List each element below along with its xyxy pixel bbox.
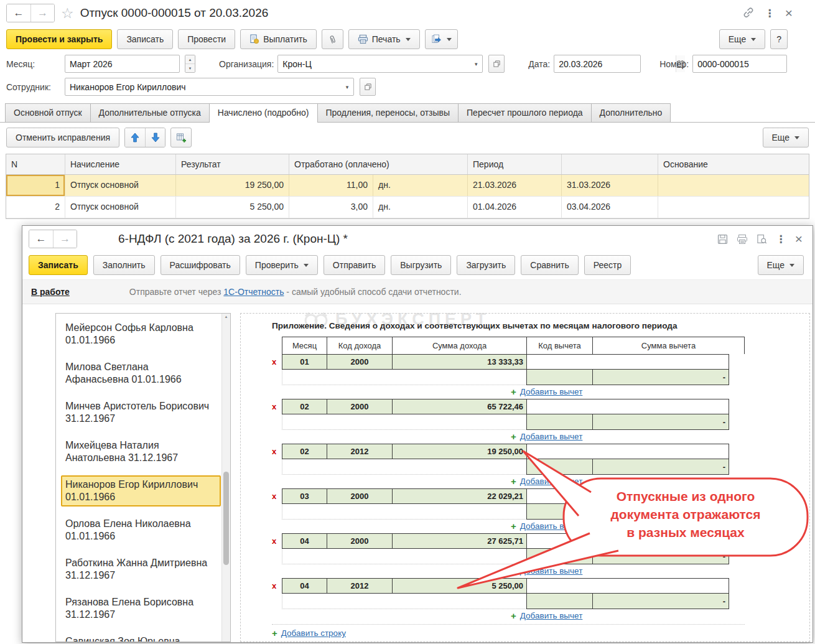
add-deduction-link[interactable]: Добавить вычет [520, 611, 583, 620]
month-cell[interactable]: 03 [282, 489, 327, 503]
deduction-code-cell[interactable] [527, 459, 593, 474]
income-code-cell[interactable]: 2000 [327, 399, 393, 414]
undo-corrections-button[interactable]: Отменить исправления [6, 128, 119, 147]
income-sum-cell[interactable]: 22 029,21 [393, 489, 527, 503]
print-report-icon[interactable] [737, 234, 748, 245]
save-button[interactable]: Записать [117, 29, 173, 49]
pay-button[interactable]: Выплатить [240, 29, 317, 49]
tab[interactable]: Пересчет прошлого периода [458, 103, 592, 122]
get-link-icon[interactable] [742, 7, 755, 19]
period-start-cell[interactable]: 21.03.2026 [468, 175, 562, 196]
employee-input[interactable] [65, 79, 341, 95]
back-button[interactable]: ← [29, 230, 53, 248]
deduction-empty-cell[interactable] [527, 355, 729, 369]
delete-row-mark[interactable]: x [272, 357, 276, 366]
deduction-empty-cell[interactable] [527, 444, 729, 459]
attachments-button[interactable] [322, 29, 343, 49]
accrual-row[interactable]: 2 Отпуск основной 5 250,00 3,00 дн. 01.0… [6, 197, 809, 218]
income-sum-cell[interactable]: 19 250,00 [393, 444, 527, 459]
income-code-cell[interactable]: 2012 [327, 579, 393, 593]
organization-input[interactable] [278, 56, 470, 72]
delete-row-mark[interactable]: x [272, 581, 276, 590]
worked-days-cell[interactable]: 11,00 [289, 175, 373, 196]
close-window-icon[interactable]: × [795, 231, 803, 246]
forward-button[interactable]: → [53, 230, 77, 248]
add-column-button[interactable] [170, 128, 192, 147]
month-spinner-down-icon[interactable]: ▼ [185, 64, 195, 72]
result-cell[interactable]: 5 250,00 [176, 197, 289, 218]
month-cell[interactable]: 04 [282, 534, 327, 548]
grid-more-button[interactable]: Еще [763, 128, 809, 147]
scrollbar-thumb[interactable] [223, 472, 229, 565]
employee-list-item[interactable]: Никаноров Егор Кириллович 01.01.1966 [61, 475, 221, 506]
employee-list-item[interactable]: Работкина Жанна Дмитриевна 31.12.1967 [61, 554, 221, 585]
month-cell[interactable]: 02 [282, 399, 327, 414]
add-deduction-link[interactable]: Добавить вычет [520, 477, 583, 486]
result-cell[interactable]: 19 250,00 [176, 175, 289, 196]
close-window-icon[interactable]: × [785, 6, 793, 21]
month-cell[interactable]: 04 [282, 579, 327, 593]
delete-row-mark[interactable]: x [272, 402, 276, 411]
employee-list-item[interactable]: Минчев Аристотель Борисович 31.12.1967 [61, 397, 221, 428]
save-button[interactable]: Записать [29, 255, 88, 275]
worked-unit-cell[interactable]: дн. [373, 175, 468, 196]
deduction-empty-cell[interactable] [527, 534, 729, 548]
period-end-cell[interactable]: 03.04.2026 [562, 197, 658, 218]
income-sum-cell[interactable]: 13 333,33 [393, 355, 527, 369]
more-button[interactable]: Еще [719, 29, 766, 49]
employee-list-item[interactable]: Мейерсон Софья Карловна 01.01.1966 [61, 319, 221, 350]
add-deduction-link[interactable]: Добавить вычет [520, 387, 583, 396]
report-more-button[interactable]: Еще [758, 255, 804, 275]
unload-button[interactable]: Выгрузить [391, 255, 451, 275]
registry-button[interactable]: Реестр [584, 255, 631, 275]
send-button[interactable]: Отправить [324, 255, 385, 275]
employee-dropdown-icon[interactable]: ▾ [341, 78, 353, 95]
income-code-cell[interactable]: 2000 [327, 355, 393, 369]
help-button[interactable]: ? [770, 29, 788, 49]
favorite-star-icon[interactable]: ☆ [61, 5, 74, 22]
add-deduction-link[interactable]: Добавить вычет [520, 521, 583, 531]
month-cell[interactable]: 01 [282, 355, 327, 369]
employee-list-item[interactable]: Михейцева Наталия Анатольевна 31.12.1967 [61, 436, 221, 467]
deduction-sum-cell[interactable]: - [593, 414, 729, 429]
back-button[interactable]: ← [7, 4, 30, 22]
move-down-button[interactable] [145, 128, 165, 147]
add-deduction-link[interactable]: Добавить вычет [520, 566, 583, 576]
deduction-empty-cell[interactable] [527, 399, 729, 414]
employee-list-item[interactable]: Орлова Елена Николаевна 01.01.1966 [61, 515, 221, 546]
check-button[interactable]: Проверить [246, 255, 318, 275]
income-code-cell[interactable]: 2000 [327, 534, 393, 548]
delete-row-mark[interactable]: x [272, 447, 276, 456]
income-sum-cell[interactable]: 27 625,71 [393, 534, 527, 548]
deduction-empty-cell[interactable] [527, 489, 729, 503]
income-code-cell[interactable]: 2012 [327, 444, 393, 459]
worked-days-cell[interactable]: 3,00 [289, 197, 373, 218]
worked-unit-cell[interactable]: дн. [373, 197, 468, 218]
accrual-row[interactable]: 1 Отпуск основной 19 250,00 11,00 дн. 21… [6, 175, 809, 197]
deduction-sum-cell[interactable]: - [593, 459, 729, 474]
move-up-button[interactable] [125, 128, 145, 147]
post-button[interactable]: Провести [178, 29, 235, 49]
deduction-code-cell[interactable] [527, 370, 593, 385]
income-sum-cell[interactable]: 5 250,00 [393, 579, 527, 593]
month-input[interactable] [65, 56, 187, 72]
save-report-icon[interactable] [717, 234, 728, 245]
employee-scrollbar[interactable]: ▲ [221, 314, 230, 642]
basis-cell[interactable] [658, 197, 809, 218]
period-start-cell[interactable]: 01.04.2026 [468, 197, 562, 218]
fill-button[interactable]: Заполнить [93, 255, 155, 275]
deduction-code-cell[interactable] [527, 594, 593, 609]
tab[interactable]: Начислено (подробно) [209, 103, 318, 123]
add-row-link[interactable]: Добавить строку [281, 628, 346, 638]
number-input[interactable] [693, 56, 814, 72]
row-number-cell[interactable]: 1 [6, 175, 65, 196]
period-end-cell[interactable]: 31.03.2026 [562, 175, 658, 196]
report-state-link[interactable]: В работе [31, 287, 70, 297]
tab[interactable]: Дополнительные отпуска [90, 103, 210, 122]
accrual-cell[interactable]: Отпуск основной [65, 175, 176, 196]
export-document-button[interactable] [425, 29, 458, 49]
deduction-code-cell[interactable] [527, 549, 593, 564]
print-button[interactable]: Печать [348, 29, 420, 49]
load-button[interactable]: Загрузить [457, 255, 515, 275]
preview-icon[interactable] [757, 234, 767, 245]
